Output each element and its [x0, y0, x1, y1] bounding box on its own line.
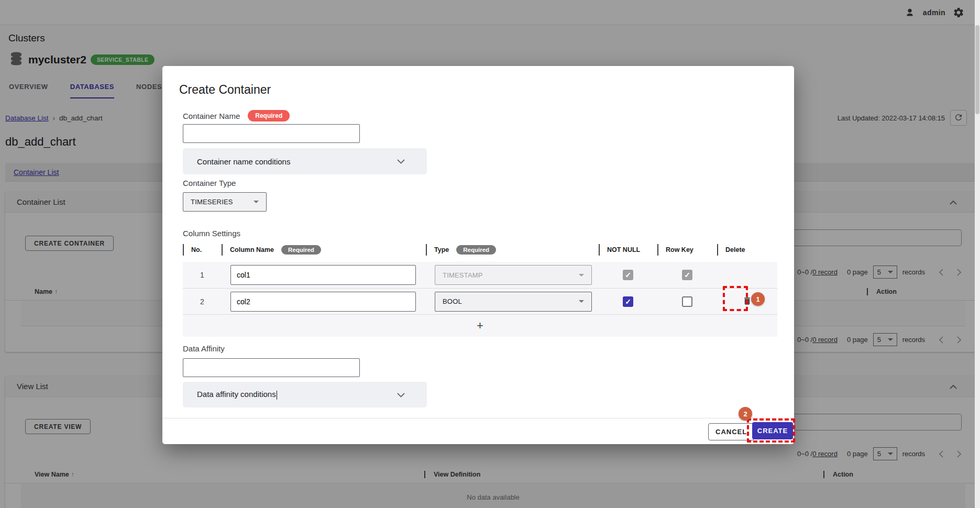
- create-container-dialog: Create Container Container Name Required…: [162, 66, 794, 444]
- not-null-checkbox-2[interactable]: [623, 296, 633, 307]
- container-name-input[interactable]: [183, 124, 360, 143]
- text-cursor: [277, 391, 278, 400]
- column-name-input-1[interactable]: [230, 265, 416, 285]
- data-affinity-label: Data Affinity: [183, 344, 225, 353]
- header-type: Type: [434, 246, 449, 253]
- column-row-1: 1 TIMESTAMP: [183, 262, 777, 289]
- required-badge-gray: Required: [456, 245, 496, 255]
- dropdown-arrow-icon: [254, 201, 259, 203]
- container-type-select[interactable]: TIMESERIES: [183, 192, 267, 212]
- row-key-checkbox-1: [682, 270, 692, 280]
- header-column-name: Column Name: [230, 246, 274, 253]
- dropdown-arrow-icon: [579, 300, 584, 303]
- scrollbar-thumb[interactable]: [975, 25, 979, 114]
- row-key-checkbox-2[interactable]: [682, 296, 692, 307]
- data-affinity-input[interactable]: [183, 358, 360, 377]
- data-affinity-conditions-panel[interactable]: Data affinity conditions: [183, 382, 427, 407]
- column-settings-label: Column Settings: [183, 229, 240, 238]
- container-name-conditions-label: Container name conditions: [197, 157, 397, 166]
- scrollbar-track[interactable]: [975, 0, 980, 508]
- app-window: admin Clusters mycluster2 SERVICE_STABLE…: [0, 0, 980, 508]
- container-type-label: Container Type: [183, 179, 236, 187]
- chevron-down-icon: [397, 390, 405, 400]
- column-row-2: 2 BOOL: [183, 289, 777, 315]
- row-number: 1: [183, 271, 222, 279]
- annotation-box-delete: [723, 286, 748, 311]
- annotation-step-1: 1: [751, 292, 765, 306]
- add-column-row-button[interactable]: +: [183, 315, 777, 337]
- header-row-key: Row Key: [666, 246, 693, 253]
- column-type-select-2[interactable]: BOOL: [435, 292, 592, 312]
- header-delete: Delete: [725, 246, 745, 253]
- dialog-footer-divider: [162, 418, 794, 418]
- column-type-value-2: BOOL: [443, 297, 462, 305]
- header-no: No.: [191, 246, 202, 253]
- required-badge-gray: Required: [281, 245, 321, 255]
- header-not-null: NOT NULL: [607, 246, 640, 253]
- container-name-conditions-panel[interactable]: Container name conditions: [183, 148, 427, 174]
- container-type-value: TIMESERIES: [191, 198, 233, 206]
- container-name-label: Container Name: [183, 112, 240, 120]
- dialog-title: Create Container: [179, 83, 271, 97]
- not-null-checkbox-1: [623, 270, 633, 280]
- column-type-select-1: TIMESTAMP: [435, 265, 592, 285]
- chevron-down-icon: [397, 157, 405, 166]
- column-type-value-1: TIMESTAMP: [443, 271, 483, 279]
- annotation-box-create: [747, 418, 795, 443]
- column-name-input-2[interactable]: [230, 292, 416, 312]
- column-settings-header: No. Column Name Required Type Required N…: [183, 244, 777, 260]
- dropdown-arrow-icon: [579, 274, 584, 277]
- row-number: 2: [183, 297, 222, 306]
- annotation-step-2: 2: [739, 407, 752, 421]
- required-badge: Required: [248, 110, 290, 122]
- data-affinity-conditions-label: Data affinity conditions: [197, 390, 397, 400]
